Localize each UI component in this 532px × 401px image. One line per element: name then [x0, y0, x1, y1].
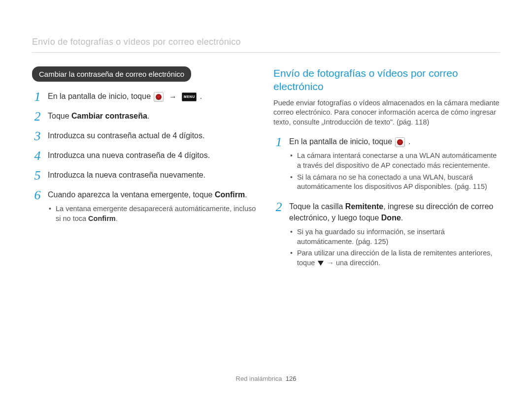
header-divider [32, 52, 500, 53]
arrow-icon: → [169, 91, 177, 102]
sub-text: → una dirección. [327, 259, 380, 267]
step-3: 3 Introduzca su contraseña actual de 4 d… [32, 130, 259, 143]
step-text: . [200, 92, 202, 100]
sub-item: Si la cámara no se ha conectado a una WL… [289, 173, 500, 192]
footer-section: Red inalámbrica [236, 375, 282, 382]
page-footer: Red inalámbrica 126 [0, 375, 532, 382]
step-text: . [408, 137, 410, 146]
step-number: 1 [32, 91, 43, 103]
step-text: Introduzca una nueva contraseña de 4 díg… [48, 150, 259, 161]
footer-page-number: 126 [286, 375, 297, 382]
email-icon [154, 92, 164, 102]
step-4: 4 Introduzca una nueva contraseña de 4 d… [32, 150, 259, 162]
sub-item: La ventana emergente desaparecerá automá… [48, 204, 259, 223]
step-text: Introduzca su contraseña actual de 4 díg… [48, 130, 259, 141]
menu-icon [182, 93, 197, 101]
step-text: En la pantalla de inicio, toque [289, 137, 394, 146]
step-text: . [401, 214, 403, 222]
sub-text: . [116, 215, 118, 222]
section-intro: Puede enviar fotografías o vídeos almace… [273, 98, 500, 127]
section-pill: Cambiar la contraseña de correo electrón… [32, 66, 191, 82]
step-text: Cuando aparezca la ventana emergente, to… [48, 190, 215, 199]
step-number: 5 [32, 169, 43, 182]
step-text: Toque [48, 112, 71, 120]
step-5: 5 Introduzca la nueva contraseña nuevame… [32, 169, 259, 182]
dropdown-icon [318, 261, 324, 266]
step-1: 1 En la pantalla de inicio, toque → . [32, 91, 259, 103]
step-bold: Remitente [345, 202, 383, 211]
right-column: Envío de fotografías o vídeos por correo… [273, 66, 500, 277]
step-bold: Cambiar contraseña [71, 112, 147, 120]
section-title: Envío de fotografías o vídeos por correo… [273, 66, 500, 93]
header-breadcrumb: Envío de fotografías o vídeos por correo… [32, 37, 500, 52]
step-number: 1 [273, 136, 284, 149]
step-text: . [245, 190, 247, 199]
step-2: 2 Toque la casilla Remitente, ingrese su… [273, 201, 500, 270]
step-number: 2 [32, 110, 43, 123]
sub-item: Si ya ha guardado su información, se ins… [289, 227, 500, 247]
step-text: Introduzca la nueva contraseña nuevament… [48, 169, 259, 181]
sub-item: La cámara intentará conectarse a una WLA… [289, 151, 500, 170]
step-text: En la pantalla de inicio, toque [48, 92, 153, 100]
left-column: Cambiar la contraseña de correo electrón… [32, 66, 259, 277]
step-number: 6 [32, 189, 43, 202]
step-number: 2 [273, 201, 284, 214]
step-bold: Done [381, 214, 401, 222]
step-6: 6 Cuando aparezca la ventana emergente, … [32, 189, 259, 225]
sub-text: La ventana emergente desaparecerá automá… [56, 205, 256, 222]
sub-bold: Confirm [88, 215, 116, 222]
step-text: . [147, 112, 149, 120]
sub-item: Para utilizar una dirección de la lista … [289, 248, 500, 268]
step-2: 2 Toque Cambiar contraseña. [32, 110, 259, 123]
step-text: Toque la casilla [289, 202, 345, 211]
step-number: 3 [32, 130, 43, 143]
step-1: 1 En la pantalla de inicio, toque . La c… [273, 136, 500, 193]
step-number: 4 [32, 150, 43, 162]
step-bold: Confirm [215, 190, 245, 199]
email-icon [395, 137, 405, 147]
